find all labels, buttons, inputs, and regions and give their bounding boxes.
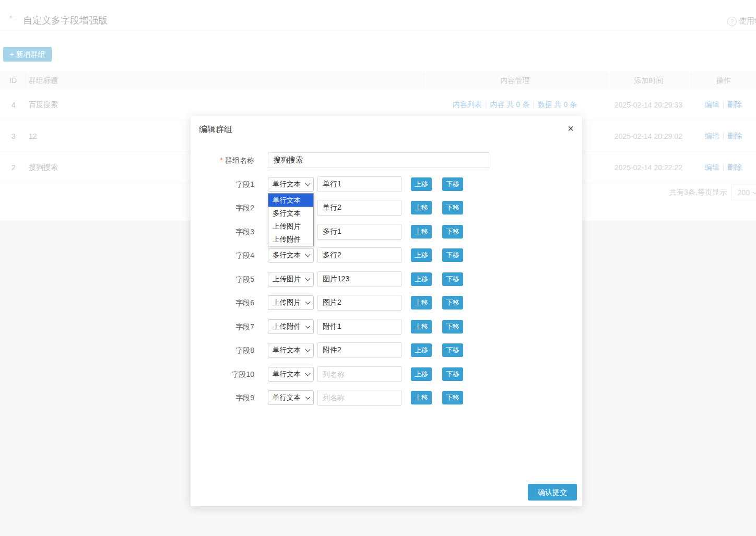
field-type-value: 上传图片 [273,298,301,307]
field-type-value: 上传附件 [273,322,301,331]
field-row: 字段2 上移 下移 [191,200,582,216]
field-label: 字段5 [191,271,254,287]
move-down-button[interactable]: 下移 [442,320,463,333]
move-up-button[interactable]: 上移 [411,391,432,404]
edit-group-modal: 编辑群组 × *群组名称 字段1 单行文本 上移 下移 字段2 上移 下移 字段… [191,116,582,506]
field-label: 字段6 [191,295,254,311]
move-down-button[interactable]: 下移 [442,367,463,381]
move-down-button[interactable]: 下移 [442,296,463,309]
group-name-input[interactable] [268,152,489,168]
chevron-down-icon [305,252,311,257]
chevron-down-icon [305,395,311,400]
move-down-button[interactable]: 下移 [442,272,463,286]
chevron-down-icon [305,347,311,352]
field-type-dropdown: 单行文本多行文本上传图片上传附件 [268,193,314,246]
dropdown-option[interactable]: 单行文本 [268,194,313,207]
field-row: 字段9 单行文本 上移 下移 [191,390,582,406]
move-up-button[interactable]: 上移 [411,296,432,309]
move-up-button[interactable]: 上移 [411,201,432,215]
chevron-down-icon [305,276,311,281]
field-type-select[interactable]: 多行文本 [268,248,314,263]
field-type-select[interactable]: 上传图片 [268,295,314,310]
move-down-button[interactable]: 下移 [442,177,463,191]
group-name-label: *群组名称 [191,152,254,168]
field-row: 字段4 多行文本 上移 下移 [191,247,582,263]
field-label: 字段8 [191,342,254,358]
move-up-button[interactable]: 上移 [411,272,432,286]
field-name-input[interactable] [317,295,401,311]
field-type-select[interactable]: 单行文本 [268,177,314,192]
field-name-input[interactable] [317,342,401,358]
move-up-button[interactable]: 上移 [411,248,432,262]
field-label: 字段7 [191,319,254,335]
field-name-input[interactable] [317,224,401,240]
field-name-input[interactable] [317,366,401,382]
field-name-input[interactable] [317,200,401,216]
dropdown-option[interactable]: 多行文本 [268,207,313,220]
field-type-value: 单行文本 [273,346,301,355]
modal-title: 编辑群组 [199,124,232,135]
field-type-select[interactable]: 上传图片 [268,272,314,287]
chevron-down-icon [305,300,311,305]
field-name-input[interactable] [317,247,401,263]
move-down-button[interactable]: 下移 [442,248,463,262]
move-down-button[interactable]: 下移 [442,391,463,404]
move-down-button[interactable]: 下移 [442,201,463,215]
field-row: 字段7 上传附件 上移 下移 [191,319,582,335]
field-row: 字段3 上移 下移 [191,224,582,240]
field-name-input[interactable] [317,319,401,335]
move-down-button[interactable]: 下移 [442,225,463,239]
field-row: 字段1 单行文本 上移 下移 [191,176,582,192]
move-up-button[interactable]: 上移 [411,225,432,239]
field-name-input[interactable] [317,176,401,192]
field-label: 字段9 [191,390,254,406]
dropdown-option[interactable]: 上传附件 [268,233,313,246]
required-mark: * [220,156,223,164]
field-label: 字段10 [191,366,254,382]
close-icon[interactable]: × [565,120,576,137]
field-type-value: 单行文本 [273,180,301,189]
field-type-select[interactable]: 上传附件 [268,319,314,334]
field-row: 字段5 上传图片 上移 下移 [191,271,582,287]
field-type-value: 上传图片 [273,275,301,284]
move-up-button[interactable]: 上移 [411,320,432,333]
field-type-select[interactable]: 单行文本 [268,390,314,405]
field-name-input[interactable] [317,390,401,406]
field-label: 字段4 [191,247,254,263]
chevron-down-icon [305,323,311,328]
edit-group-form: *群组名称 字段1 单行文本 上移 下移 字段2 上移 下移 字段3 上移 下移 [191,152,582,414]
field-label: 字段3 [191,224,254,240]
move-down-button[interactable]: 下移 [442,343,463,357]
field-type-value: 单行文本 [273,393,301,402]
field-type-value: 单行文本 [273,370,301,379]
dropdown-option[interactable]: 上传图片 [268,220,313,233]
field-type-select[interactable]: 单行文本 [268,343,314,358]
chevron-down-icon [305,371,311,376]
confirm-submit-button[interactable]: 确认提交 [528,484,577,501]
move-up-button[interactable]: 上移 [411,343,432,357]
field-type-select[interactable]: 单行文本 [268,367,314,382]
field-name-input[interactable] [317,271,401,287]
field-label: 字段1 [191,176,254,192]
move-up-button[interactable]: 上移 [411,177,432,191]
move-up-button[interactable]: 上移 [411,367,432,381]
chevron-down-icon [305,181,311,186]
field-row: 字段6 上传图片 上移 下移 [191,295,582,311]
field-label: 字段2 [191,200,254,216]
field-row: 字段8 单行文本 上移 下移 [191,342,582,358]
field-type-value: 多行文本 [273,251,301,260]
field-row: 字段10 单行文本 上移 下移 [191,366,582,382]
group-name-row: *群组名称 [191,152,582,168]
